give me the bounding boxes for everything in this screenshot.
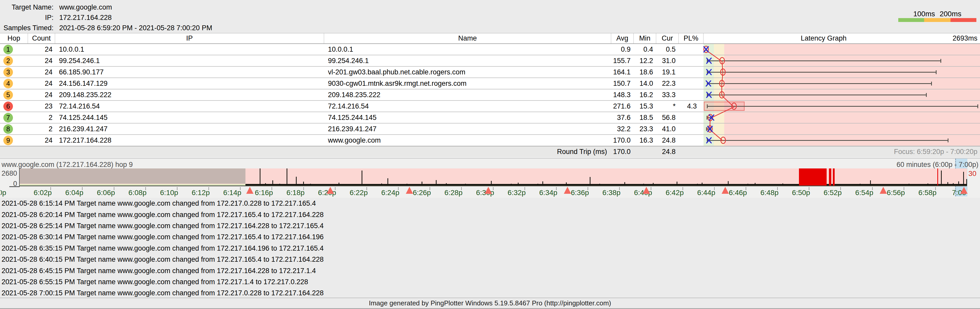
table-row-hop-4[interactable]: 42424.156.147.1299030-cgw01.mtnk.asr9k.r… — [0, 78, 980, 89]
event-marker-triangle[interactable] — [564, 187, 571, 194]
latency-graph-cell[interactable] — [703, 55, 980, 66]
packet-loss-cell — [679, 44, 703, 55]
avg-cell: 150.7 — [611, 78, 634, 89]
x-axis-label: 6:10p — [160, 189, 178, 197]
event-marker-triangle[interactable] — [406, 187, 413, 194]
hop-cell: 2 — [0, 55, 28, 66]
ip-cell: 172.217.164.228 — [55, 135, 324, 146]
target-ip-row: IP: 172.217.164.228 — [0, 13, 212, 23]
hop-badge: 7 — [3, 113, 13, 122]
name-cell: 99.254.246.1 — [324, 55, 611, 66]
ip-cell: 99.254.246.1 — [55, 55, 324, 66]
latency-spike — [397, 184, 398, 185]
current-marker-x — [706, 125, 713, 132]
latency-spike — [387, 178, 388, 185]
avg-marker-circle — [719, 57, 725, 64]
avg-cell: 170.0 — [611, 135, 634, 146]
table-row-hop-2[interactable]: 22499.254.246.199.254.246.1155.712.231.0 — [0, 55, 980, 67]
hop-badge: 8 — [3, 124, 13, 134]
column-header-latency-graph[interactable]: Latency Graph 2693ms — [703, 33, 980, 43]
current-marker-x — [706, 69, 712, 75]
latency-graph-cell[interactable] — [703, 112, 980, 123]
count-cell: 2 — [28, 124, 55, 134]
table-row-hop-8[interactable]: 82216.239.41.247216.239.41.24732.223.341… — [0, 124, 980, 135]
legend-yellow-segment — [924, 18, 950, 22]
ip-cell: 216.239.41.247 — [55, 124, 324, 134]
latency-spike — [552, 184, 552, 185]
latency-spike — [958, 181, 959, 185]
latency-graph-cell[interactable] — [703, 124, 980, 134]
column-header-avg[interactable]: Avg — [611, 33, 634, 43]
min-cell: 16.3 — [634, 135, 656, 146]
latency-spike — [953, 183, 954, 185]
x-axis-label: 6:08p — [129, 189, 146, 197]
column-header-cur[interactable]: Cur — [656, 33, 679, 43]
latency-spike — [590, 177, 590, 185]
table-row-hop-1[interactable]: 12410.0.0.110.0.0.10.90.40.5 — [0, 44, 980, 55]
table-row-hop-3[interactable]: 32466.185.90.177vl-201.gw03.baal.phub.ne… — [0, 67, 980, 78]
event-marker-triangle[interactable] — [327, 187, 334, 194]
x-axis-label: 6:22p — [350, 189, 368, 197]
current-marker-x — [705, 80, 712, 87]
latency-spike — [310, 184, 311, 185]
column-header-min[interactable]: Min — [634, 33, 656, 43]
latency-graph-cell[interactable] — [703, 89, 980, 100]
ip-cell: 209.148.235.222 — [55, 89, 324, 100]
latency-spike — [755, 183, 756, 185]
latency-graph-title: Latency Graph — [801, 34, 846, 42]
latency-spike — [260, 168, 261, 185]
event-log-line: 2021-05-28 6:40:15 PM Target name www.go… — [2, 254, 978, 265]
timeline-graph[interactable]: www.google.com (172.217.164.228) hop 9 6… — [0, 158, 980, 198]
x-axis-label: 6:58p — [918, 189, 937, 197]
x-axis-label: 6:14p — [223, 189, 241, 197]
column-header-ip[interactable]: IP — [55, 33, 324, 43]
column-header-count[interactable]: Count — [28, 33, 55, 43]
event-marker-triangle[interactable] — [485, 187, 492, 194]
avg-marker-circle — [731, 103, 737, 110]
packet-loss-cell — [679, 124, 703, 134]
legend-100ms-label: 100ms — [913, 10, 935, 18]
avg-marker-circle — [720, 68, 725, 76]
event-marker-triangle[interactable] — [246, 187, 253, 194]
round-trip-row: Round Trip (ms) 170.0 24.8 Focus: 6:59:2… — [0, 146, 980, 157]
latency-spike — [963, 172, 964, 185]
current-marker-x — [706, 137, 712, 144]
x-axis-label: 6:12p — [192, 189, 210, 197]
latency-spike — [407, 184, 407, 185]
ip-cell: 72.14.216.54 — [55, 101, 324, 112]
latency-spike — [265, 183, 266, 185]
pingplotter-export: Target Name: www.google.com IP: 172.217.… — [0, 0, 980, 309]
count-cell: 24 — [28, 89, 55, 100]
event-marker-triangle[interactable] — [722, 187, 729, 194]
latency-graph-cell[interactable] — [703, 101, 980, 112]
packet-loss-block — [829, 168, 831, 185]
latency-graph-cell[interactable] — [703, 78, 980, 89]
event-marker-triangle[interactable] — [880, 187, 887, 194]
timeline-plot-area[interactable] — [19, 168, 967, 186]
event-marker-triangle[interactable] — [960, 187, 967, 194]
column-header-pl[interactable]: PL% — [679, 33, 703, 43]
table-row-hop-6[interactable]: 62372.14.216.5472.14.216.54271.615.3*4.3 — [0, 101, 980, 112]
column-header-hop[interactable]: Hop — [0, 33, 28, 43]
table-row-hop-7[interactable]: 7274.125.244.14574.125.244.14537.618.556… — [0, 112, 980, 124]
cur-cell: 22.3 — [656, 78, 679, 89]
latency-spike — [662, 184, 663, 185]
min-cell: 0.4 — [634, 44, 656, 55]
latency-graph-cell[interactable] — [703, 135, 980, 146]
latency-graph-cell[interactable] — [703, 44, 980, 55]
event-marker-triangle[interactable] — [643, 187, 650, 194]
latency-spike — [643, 184, 644, 185]
table-row-hop-9[interactable]: 924172.217.164.228www.google.com170.016.… — [0, 135, 980, 146]
min-max-whisker — [707, 83, 932, 84]
avg-cell: 37.6 — [611, 112, 634, 123]
table-row-hop-5[interactable]: 524209.148.235.222209.148.235.222148.316… — [0, 89, 980, 101]
column-header-name[interactable]: Name — [324, 33, 611, 43]
latency-spike — [272, 180, 273, 185]
hop-cell: 6 — [0, 101, 28, 112]
latency-spike — [722, 184, 723, 185]
latency-graph-cell[interactable] — [703, 67, 980, 78]
baseline-samples — [245, 184, 967, 185]
count-cell: 24 — [28, 135, 55, 146]
event-log-line: 2021-05-28 6:45:15 PM Target name www.go… — [2, 265, 978, 276]
ip-cell: 66.185.90.177 — [55, 67, 324, 78]
